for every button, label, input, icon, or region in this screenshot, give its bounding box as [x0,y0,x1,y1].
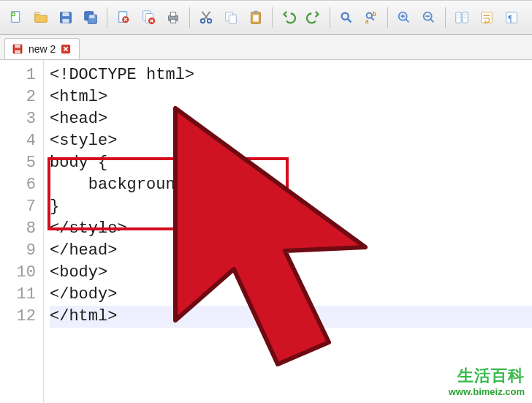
code-line[interactable]: </html> [50,306,532,328]
line-number: 2 [0,86,36,108]
code-editor[interactable]: 123456789101112 <!DOCTYPE html><html><he… [0,60,532,403]
code-line[interactable]: } [50,196,532,218]
replace-icon[interactable]: ba [360,6,383,29]
svg-rect-14 [170,12,175,17]
copy-icon[interactable] [219,6,243,29]
tab-close-icon[interactable] [60,43,72,55]
svg-point-23 [342,13,349,20]
line-number: 10 [0,262,36,284]
svg-rect-36 [15,50,20,54]
line-number-gutter: 123456789101112 [0,60,44,403]
svg-text:a: a [365,18,369,25]
code-line[interactable]: <head> [50,108,532,130]
svg-rect-7 [89,15,94,18]
save-all-icon[interactable] [79,6,102,29]
tab-unsaved-icon [11,42,24,56]
code-line[interactable]: background-color: [50,174,532,196]
svg-rect-19 [229,15,236,23]
undo-icon[interactable] [277,6,300,29]
tab-bar: new 2 [0,35,532,60]
open-file-icon[interactable] [29,6,53,29]
line-number: 9 [0,240,36,262]
svg-rect-15 [170,20,175,23]
watermark-url: www.bimeiz.com [449,386,525,399]
code-line[interactable]: </style> [50,218,532,240]
code-line[interactable]: </body> [50,284,532,306]
line-number: 4 [0,130,36,152]
find-icon[interactable] [335,6,358,29]
code-line[interactable]: <body> [50,262,532,284]
svg-rect-21 [254,11,258,14]
svg-rect-22 [253,15,258,21]
code-line[interactable]: <html> [50,86,532,108]
svg-rect-3 [62,12,69,17]
line-number: 5 [0,152,36,174]
line-number: 8 [0,218,36,240]
word-wrap-icon[interactable] [475,6,498,29]
sync-scroll-icon[interactable] [450,6,474,29]
print-icon[interactable] [162,6,185,29]
svg-text:b: b [373,11,376,18]
line-number: 3 [0,108,36,130]
line-number: 7 [0,196,36,218]
cut-icon[interactable] [194,6,218,29]
save-icon[interactable] [54,6,77,29]
svg-rect-4 [62,19,69,23]
watermark: 生活百科 www.bimeiz.com [449,366,525,399]
line-number: 11 [0,284,36,306]
code-content[interactable]: <!DOCTYPE html><html><head><style>body {… [44,60,532,403]
zoom-out-icon[interactable] [417,6,441,29]
line-number: 1 [0,64,36,86]
new-file-icon[interactable] [4,6,28,29]
svg-text:¶: ¶ [508,13,512,23]
svg-rect-31 [482,12,493,23]
tab-label: new 2 [28,43,56,55]
tab-new2[interactable]: new 2 [4,38,80,59]
code-line[interactable]: <!DOCTYPE html> [50,64,532,86]
line-number: 12 [0,306,36,328]
show-all-chars-icon[interactable]: ¶ [500,6,523,29]
code-line[interactable]: </head> [50,240,532,262]
line-number: 6 [0,174,36,196]
redo-icon[interactable] [302,6,325,29]
close-all-icon[interactable] [137,6,160,29]
paste-icon[interactable] [244,6,267,29]
code-line[interactable]: body { [50,152,532,174]
svg-rect-35 [15,45,20,48]
svg-point-24 [367,13,372,18]
code-line[interactable]: <style> [50,130,532,152]
main-toolbar: ba ¶ [0,0,532,35]
close-icon[interactable] [112,6,135,29]
watermark-title: 生活百科 [449,366,525,387]
zoom-in-icon[interactable] [392,6,416,29]
